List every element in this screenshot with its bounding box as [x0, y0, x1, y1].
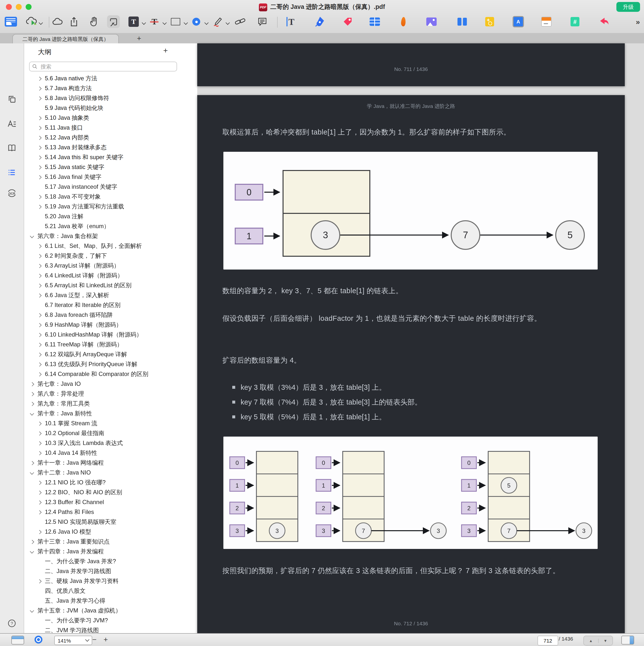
outline-item[interactable]: 10.1 掌握 Stream 流: [24, 419, 197, 429]
chevron-right-icon[interactable]: [36, 488, 44, 498]
strikethrough-button[interactable]: T: [152, 17, 157, 26]
strikethrough-chevron-icon[interactable]: [163, 21, 166, 24]
outline-item[interactable]: 6.6 Java 泛型，深入解析: [24, 291, 197, 301]
outline-item[interactable]: 6.2 时间复杂度，了解下: [24, 251, 197, 261]
document-tab[interactable]: 二哥的 Java 进阶之路暗黑版（保真）: [12, 34, 119, 44]
ellipse-tool-button[interactable]: [192, 18, 200, 26]
chevron-right-icon[interactable]: [29, 537, 36, 547]
outline-search[interactable]: [29, 62, 177, 72]
cloud-sync-button[interactable]: [52, 17, 64, 27]
outline-item[interactable]: 5.7 Java 构造方法: [24, 84, 197, 94]
next-page-button[interactable]: ▼: [599, 638, 613, 643]
outline-item[interactable]: 5.21 Java 枚举（enum）: [24, 222, 197, 232]
chevron-right-icon[interactable]: [36, 508, 44, 517]
outline-item[interactable]: 四、优质八股文: [24, 586, 197, 596]
previous-page-button[interactable]: ▲: [584, 638, 599, 643]
outline-item[interactable]: 5.11 Java 接口: [24, 123, 197, 133]
outline-item[interactable]: 第九章：常用工具类: [24, 399, 197, 409]
chevron-right-icon[interactable]: [36, 498, 44, 508]
annotations-button[interactable]: [7, 119, 17, 130]
chevron-right-icon[interactable]: [36, 74, 44, 84]
outline-item[interactable]: 5.10 Java 抽象类: [24, 113, 197, 123]
outline-item[interactable]: 12.5 NIO 实现简易版聊天室: [24, 517, 197, 527]
more-tools-button[interactable]: »: [636, 17, 640, 26]
shape-chevron-icon[interactable]: [184, 21, 187, 24]
chevron-right-icon[interactable]: [36, 448, 44, 458]
outline-item[interactable]: 6.1 List、Set、Map、队列，全面解析: [24, 241, 197, 251]
chevron-right-icon[interactable]: [36, 281, 44, 291]
export-chevron-icon[interactable]: [39, 21, 42, 24]
thumbnails-button[interactable]: [7, 95, 16, 105]
zoom-out-button[interactable]: −: [92, 636, 97, 643]
zoom-level-select[interactable]: 141%: [54, 636, 92, 645]
tag-tool-button[interactable]: [342, 16, 353, 27]
outline-item[interactable]: 第十二章：Java NIO: [24, 468, 197, 478]
outline-item[interactable]: 5.20 Java 注解: [24, 212, 197, 222]
chevron-right-icon[interactable]: [29, 380, 36, 389]
outline-item[interactable]: 5.8 Java 访问权限修饰符: [24, 94, 197, 103]
outline-item[interactable]: 6.4 LinkedList 详解（附源码）: [24, 271, 197, 281]
chevron-right-icon[interactable]: [29, 458, 36, 468]
outline-item[interactable]: 五、Java 并发学习心得: [24, 596, 197, 606]
outline-item[interactable]: 5.14 Java this 和 super 关键字: [24, 153, 197, 163]
outline-item[interactable]: 一、为什么要学习 JVM?: [24, 616, 197, 626]
outline-item[interactable]: 5.19 Java 方法重写和方法重载: [24, 202, 197, 212]
outline-item[interactable]: 第十四章：Java 并发编程: [24, 547, 197, 557]
pdf-viewer[interactable]: No. 711 / 1436 学 Java，就认准二哥的 Java 进阶之路 取…: [197, 43, 644, 634]
page-number-input[interactable]: [538, 636, 558, 646]
outline-item[interactable]: 5.12 Java 内部类: [24, 133, 197, 143]
chevron-right-icon[interactable]: [36, 94, 44, 103]
link-tool-button[interactable]: [234, 17, 246, 27]
convert-tool-button[interactable]: [597, 16, 610, 27]
chevron-right-icon[interactable]: [36, 439, 44, 448]
chevron-right-icon[interactable]: [36, 527, 44, 537]
ocr-button[interactable]: OCR: [7, 188, 17, 200]
hand-tool-button[interactable]: [89, 16, 99, 27]
chevron-right-icon[interactable]: [36, 133, 44, 143]
chevron-right-icon[interactable]: [36, 261, 44, 271]
edit-text-tool-button[interactable]: T: [286, 17, 294, 26]
outline-item[interactable]: 10.2 Optional 最佳指南: [24, 429, 197, 439]
outline-item[interactable]: 第六章：Java 集合框架: [24, 232, 197, 241]
chevron-down-icon[interactable]: [29, 409, 36, 419]
outline-item[interactable]: 10.4 Java 14 新特性: [24, 448, 197, 458]
chevron-right-icon[interactable]: [36, 251, 44, 261]
outline-item[interactable]: 12.4 Paths 和 Files: [24, 508, 197, 517]
bates-number-button[interactable]: #: [570, 17, 579, 26]
upgrade-button[interactable]: 升级: [616, 2, 640, 12]
chevron-down-icon[interactable]: [29, 232, 36, 241]
outline-item[interactable]: 6.12 双端队列 ArrayDeque 详解: [24, 350, 197, 360]
outline-item[interactable]: 6.9 HashMap 详解（附源码）: [24, 320, 197, 330]
chevron-down-icon[interactable]: [29, 606, 36, 616]
select-tool-button[interactable]: [107, 15, 120, 28]
outline-item[interactable]: 5.15 Java static 关键字: [24, 163, 197, 173]
chevron-right-icon[interactable]: [36, 478, 44, 488]
pages-columns-button[interactable]: [458, 18, 467, 26]
new-tab-button[interactable]: +: [134, 33, 144, 43]
chevron-right-icon[interactable]: [36, 173, 44, 182]
chevron-right-icon[interactable]: [36, 113, 44, 123]
highlight-chevron-icon[interactable]: [143, 21, 146, 24]
pen-chevron-icon[interactable]: [226, 21, 229, 24]
outline-item[interactable]: 6.10 LinkedHashMap 详解（附源码）: [24, 330, 197, 340]
outline-item[interactable]: 6.7 Iterator 和 Iterable 的区别: [24, 301, 197, 310]
search-input[interactable]: [39, 63, 174, 70]
chevron-right-icon[interactable]: [36, 350, 44, 360]
window-layout-button[interactable]: [11, 636, 24, 645]
chevron-right-icon[interactable]: [36, 202, 44, 212]
ellipse-chevron-icon[interactable]: [205, 21, 208, 24]
outline-item[interactable]: 12.3 Buffer 和 Channel: [24, 498, 197, 508]
shape-rectangle-button[interactable]: [171, 18, 180, 25]
outline-item[interactable]: 6.8 Java foreach 循环陷阱: [24, 310, 197, 320]
outline-item[interactable]: 第十五章：JVM（Java 虚拟机）: [24, 606, 197, 616]
chevron-right-icon[interactable]: [36, 241, 44, 251]
outline-item[interactable]: 第十章：Java 新特性: [24, 409, 197, 419]
zoom-in-button[interactable]: +: [104, 636, 108, 643]
table-tool-button[interactable]: [370, 17, 380, 26]
help-button[interactable]: ?: [7, 619, 16, 630]
share-button[interactable]: [69, 16, 79, 27]
chevron-right-icon[interactable]: [36, 576, 44, 586]
chevron-down-icon[interactable]: [29, 468, 36, 478]
chevron-right-icon[interactable]: [36, 429, 44, 439]
chevron-down-icon[interactable]: [29, 547, 36, 557]
